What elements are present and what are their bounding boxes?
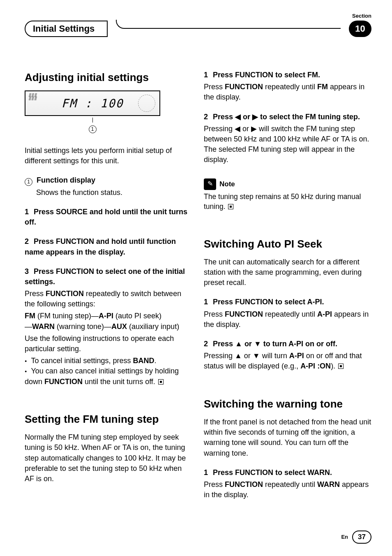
fm-step-2-body: Pressing ◀ or ▶ will switch the FM tunin… (204, 124, 371, 165)
page-footer: En 37 (341, 531, 371, 544)
kw-function: FUNCTION (225, 310, 263, 318)
warn-step-1-text: Press FUNCTION to select WARN. (213, 468, 332, 477)
step-1-num: 1 (25, 208, 29, 216)
kw-api-on: A-PI :ON (300, 362, 331, 370)
t: (FM tuning step)— (35, 312, 99, 320)
fm-step-1-body: Press FUNCTION repeatedly until FM appea… (204, 82, 371, 102)
function-display-title: Function display (37, 176, 95, 184)
step-3-body-3: Use the following instructions to operat… (25, 334, 192, 354)
chapter-tab: Initial Settings (25, 21, 108, 37)
step-3-settings-line: FM (FM tuning step)—A-PI (auto PI seek) … (25, 311, 192, 331)
bullet-cancel-band: To cancel initial settings, press BAND. (25, 356, 192, 366)
header-tab-row: Initial Settings 10 (25, 21, 371, 37)
lcd-display-illustration: ▒▒▒▒▒▒ FM : 100 (25, 90, 160, 116)
step-1-text: Press SOURCE and hold until the unit tur… (25, 208, 187, 226)
t: (auto PI seek) (113, 312, 161, 320)
footer-lang: En (341, 533, 348, 541)
right-column: 1Press FUNCTION to select FM. Press FUNC… (204, 70, 371, 502)
t: ). (331, 362, 335, 370)
t: until the unit turns off. (83, 378, 155, 386)
callout-1-number: 1 (89, 125, 97, 133)
step-3-num: 3 (25, 267, 29, 276)
section-number-pill: 10 (349, 21, 371, 37)
step-3-text: Press FUNCTION to select one of the init… (25, 267, 185, 286)
api-step-2-text: Press ▲ or ▼ to turn A-PI on or off. (213, 340, 337, 348)
content-columns: Adjusting initial settings ▒▒▒▒▒▒ FM : 1… (25, 70, 371, 502)
t: Press (204, 310, 225, 318)
end-of-section-icon (158, 379, 164, 385)
intro-paragraph: Initial settings lets you perform initia… (25, 146, 192, 166)
kw-function: FUNCTION (225, 83, 263, 91)
kw-warn: WARN (32, 322, 55, 331)
api-step-1: 1Press FUNCTION to select A-PI. (204, 297, 371, 307)
section-label: Section (352, 12, 371, 20)
kw-api: A-PI (289, 352, 304, 360)
auto-pi-intro: The unit can automatically search for a … (204, 257, 371, 288)
t: Press (204, 480, 225, 489)
t: Press (204, 83, 225, 91)
t: repeatedly until (263, 310, 317, 318)
step-3-body-1: Press FUNCTION repeatedly to switch betw… (25, 289, 192, 309)
function-display-number: 1 (25, 178, 32, 186)
fm-step-1: 1Press FUNCTION to select FM. (204, 70, 371, 80)
page-header: Section Initial Settings 10 (25, 12, 371, 37)
heading-fm-tuning: Setting the FM tuning step (25, 412, 192, 426)
api-step-2-body: Pressing ▲ or ▼ will turn A-PI on or off… (204, 351, 371, 371)
fm-step-1-text: Press FUNCTION to select FM. (213, 71, 320, 79)
fm-step-2-text: Press ◀ or ▶ to select the FM tuning ste… (213, 113, 360, 121)
warn-step-1-body: Press FUNCTION repeatedly until WARN app… (204, 480, 371, 500)
function-display-item: 1 Function display (25, 175, 192, 186)
bullet-cancel-function: You can also cancel initial settings by … (25, 366, 192, 387)
fm-step-1-num: 1 (204, 71, 208, 79)
note-header: ✎ Note (204, 178, 371, 190)
heading-warning-tone: Switching the warning tone (204, 396, 371, 411)
heading-adjusting: Adjusting initial settings (25, 70, 192, 85)
left-column: Adjusting initial settings ▒▒▒▒▒▒ FM : 1… (25, 70, 192, 502)
t: To cancel initial settings, press (31, 357, 133, 365)
warn-step-1-num: 1 (204, 468, 208, 477)
end-of-section-icon (338, 364, 344, 369)
function-display-desc: Shows the function status. (36, 188, 192, 198)
t: Press (25, 290, 46, 298)
chapter-title: Initial Settings (33, 23, 95, 35)
page-number: 37 (352, 531, 371, 544)
warn-step-1: 1Press FUNCTION to select WARN. (204, 468, 371, 478)
note-text: The tuning step remains at 50 kHz during… (204, 192, 371, 212)
warning-tone-intro: If the front panel is not detached from … (204, 417, 371, 459)
kw-function: FUNCTION (225, 480, 263, 489)
kw-function: FUNCTION (44, 378, 83, 386)
lcd-dial-icon (138, 95, 155, 112)
kw-warn: WARN (317, 480, 340, 489)
end-of-section-icon (228, 204, 233, 209)
t: Pressing ▲ or ▼ will turn (204, 352, 289, 360)
kw-aux: AUX (111, 322, 127, 331)
lcd-text: FM : 100 (62, 95, 124, 111)
fm-step-2: 2Press ◀ or ▶ to select the FM tuning st… (204, 112, 371, 122)
kw-api: A-PI (317, 310, 332, 318)
t: The tuning step remains at 50 kHz during… (204, 192, 361, 211)
fm-tuning-intro: Normally the FM tuning step employed by … (25, 432, 192, 484)
step-2-text: Press FUNCTION and hold until function n… (25, 237, 176, 256)
t: — (25, 322, 32, 331)
step-2-num: 2 (25, 237, 29, 246)
t: repeatedly until (263, 480, 317, 489)
api-step-2-num: 2 (204, 340, 208, 348)
note-icon: ✎ (204, 178, 216, 190)
fm-step-2-num: 2 (204, 113, 208, 121)
kw-api: A-PI (99, 312, 113, 320)
step-1: 1Press SOURCE and hold until the unit tu… (25, 207, 192, 227)
api-step-1-body: Press FUNCTION repeatedly until A-PI app… (204, 309, 371, 330)
note-label: Note (219, 179, 235, 189)
step-3-bullets: To cancel initial settings, press BAND. … (25, 356, 192, 387)
t: (auxiliary input) (127, 322, 179, 331)
kw-fm: FM (317, 83, 328, 91)
callout-1: 1 (25, 118, 160, 133)
api-step-1-num: 1 (204, 298, 208, 306)
t: (warning tone)— (55, 322, 111, 331)
heading-auto-pi: Switching Auto PI Seek (204, 236, 371, 251)
kw-band: BAND (133, 357, 154, 365)
t: . (154, 357, 157, 365)
lcd-left-graphics: ▒▒▒▒▒▒ (29, 94, 37, 100)
api-step-1-text: Press FUNCTION to select A-PI. (213, 298, 324, 306)
step-3: 3Press FUNCTION to select one of the ini… (25, 266, 192, 287)
